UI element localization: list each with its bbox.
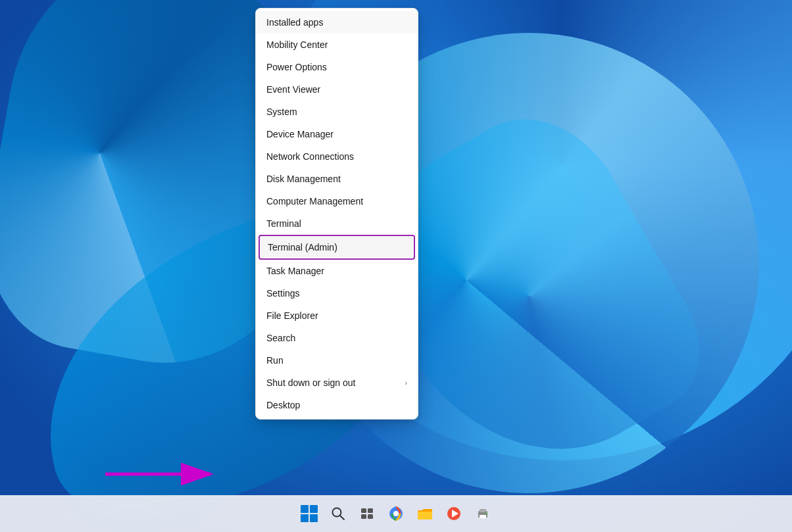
svg-rect-17 <box>480 515 486 518</box>
svg-point-10 <box>394 512 398 516</box>
menu-item-file-explorer[interactable]: File Explorer <box>256 304 418 327</box>
menu-item-desktop[interactable]: Desktop <box>256 394 418 416</box>
svg-rect-4 <box>361 508 366 513</box>
menu-item-computer-management[interactable]: Computer Management <box>256 190 418 212</box>
menu-item-power-options[interactable]: Power Options <box>256 56 418 78</box>
svg-rect-12 <box>418 510 432 520</box>
menu-item-event-viewer[interactable]: Event Viewer <box>256 78 418 101</box>
chrome-icon <box>388 506 404 521</box>
printer-icon <box>475 506 491 521</box>
taskbar-icons-container <box>296 500 496 527</box>
menu-item-shut-down[interactable]: Shut down or sign out › <box>256 372 418 394</box>
taskbar-other-button[interactable] <box>470 500 496 527</box>
svg-rect-7 <box>368 514 373 519</box>
menu-item-terminal[interactable]: Terminal <box>256 212 418 235</box>
taskbar-file-explorer-button[interactable] <box>412 500 438 527</box>
svg-rect-5 <box>368 508 373 513</box>
menu-item-system[interactable]: System <box>256 101 418 123</box>
menu-item-search[interactable]: Search <box>256 327 418 349</box>
menu-item-task-manager[interactable]: Task Manager <box>256 260 418 282</box>
svg-point-18 <box>485 513 487 515</box>
task-view-icon <box>360 506 374 521</box>
menu-item-settings[interactable]: Settings <box>256 282 418 304</box>
arrow-svg <box>105 461 224 487</box>
taskbar-task-view-button[interactable] <box>354 500 380 527</box>
chevron-right-icon: › <box>405 379 407 387</box>
menu-item-installed-apps[interactable]: Installed apps <box>256 11 418 34</box>
file-explorer-icon <box>417 506 433 521</box>
menu-item-device-manager[interactable]: Device Manager <box>256 123 418 145</box>
context-menu: Installed apps Mobility Center Power Opt… <box>255 8 418 420</box>
taskbar-chrome-button[interactable] <box>383 500 409 527</box>
arrow-annotation <box>105 461 224 487</box>
taskbar-remote-button[interactable] <box>441 500 467 527</box>
menu-item-disk-management[interactable]: Disk Management <box>256 168 418 190</box>
menu-item-terminal-admin[interactable]: Terminal (Admin) <box>259 235 415 260</box>
svg-line-3 <box>340 516 344 520</box>
svg-rect-16 <box>480 509 486 512</box>
menu-item-mobility-center[interactable]: Mobility Center <box>256 34 418 56</box>
taskbar <box>0 495 792 532</box>
menu-item-network-connections[interactable]: Network Connections <box>256 145 418 168</box>
taskbar-search-button[interactable] <box>325 500 351 527</box>
windows-logo-icon <box>301 505 318 522</box>
menu-item-run[interactable]: Run <box>256 349 418 372</box>
remote-icon <box>446 506 462 521</box>
search-icon <box>331 506 345 521</box>
taskbar-start-button[interactable] <box>296 500 322 527</box>
svg-rect-6 <box>361 514 366 519</box>
